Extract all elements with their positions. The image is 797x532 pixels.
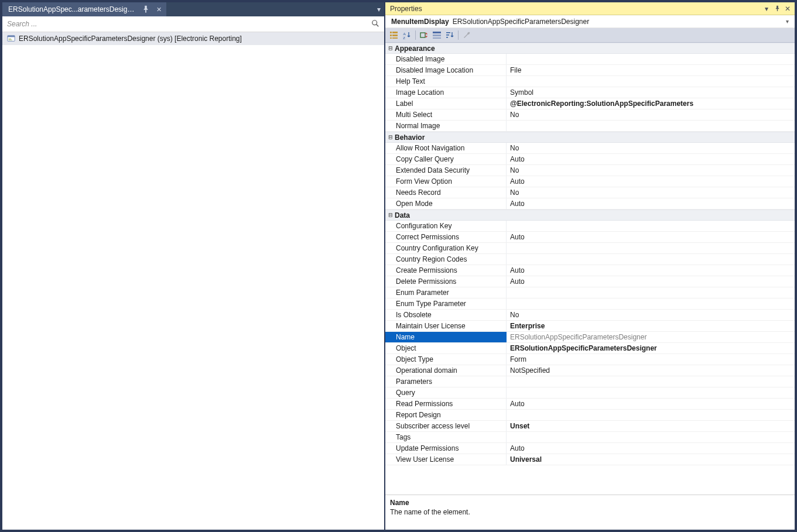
property-value[interactable]: Unset [507, 421, 795, 431]
property-value[interactable]: Auto [507, 232, 795, 242]
property-row[interactable]: Operational domainNotSpecified [385, 365, 795, 376]
property-row[interactable]: Allow Root NavigationNo [385, 143, 795, 154]
property-row[interactable]: Needs RecordNo [385, 187, 795, 198]
property-row[interactable]: Object TypeForm [385, 354, 795, 365]
property-row[interactable]: Parameters [385, 376, 795, 387]
property-name: Disabled Image [385, 54, 507, 64]
property-value[interactable] [507, 243, 795, 253]
property-value[interactable]: Form [507, 354, 795, 365]
property-row[interactable]: Copy Caller QueryAuto [385, 154, 795, 165]
property-categories-button[interactable] [430, 29, 443, 41]
property-value[interactable] [507, 221, 795, 231]
property-value[interactable]: Auto [507, 276, 795, 287]
property-value[interactable]: ERSolutionAppSpecificParametersDesigner [507, 332, 795, 342]
property-value[interactable]: No [507, 165, 795, 176]
property-value[interactable] [507, 432, 795, 442]
tab-overflow-dropdown[interactable]: ▾ [374, 2, 384, 16]
property-value[interactable] [507, 298, 795, 309]
close-icon[interactable]: ✕ [155, 5, 163, 13]
document-tab[interactable]: ERSolutionAppSpec...arametersDesigner ✕ [2, 2, 166, 16]
property-value[interactable]: No [507, 187, 795, 198]
property-row[interactable]: Image LocationSymbol [385, 87, 795, 98]
property-row[interactable]: Multi SelectNo [385, 109, 795, 121]
property-row[interactable]: Enum Type Parameter [385, 298, 795, 310]
property-row[interactable]: Normal Image [385, 121, 795, 132]
close-panel-icon[interactable]: ✕ [783, 4, 792, 13]
collapse-icon[interactable]: ⊟ [386, 211, 395, 219]
property-value[interactable]: File [507, 65, 795, 75]
property-row[interactable]: Update PermissionsAuto [385, 443, 795, 454]
property-value[interactable] [507, 76, 795, 87]
property-row[interactable]: Disabled Image LocationFile [385, 65, 795, 76]
property-value[interactable]: No [507, 143, 795, 153]
property-row[interactable]: Configuration Key [385, 221, 795, 232]
property-grid[interactable]: ⊟AppearanceDisabled ImageDisabled Image … [385, 43, 795, 495]
property-value[interactable]: @ElectronicReporting:SolutionAppSpecific… [507, 98, 795, 109]
property-row[interactable]: Subscriber access levelUnset [385, 421, 795, 432]
property-value[interactable]: Auto [507, 176, 795, 187]
property-row[interactable]: Correct PermissionsAuto [385, 232, 795, 243]
property-value[interactable]: Universal [507, 454, 795, 465]
collapse-icon[interactable]: ⊟ [386, 133, 395, 141]
category-row[interactable]: ⊟Appearance [385, 43, 795, 54]
tree-root-node[interactable]: ERSolutionAppSpecificParametersDesigner … [2, 32, 384, 45]
property-value[interactable] [507, 121, 795, 131]
property-row[interactable]: Maintain User LicenseEnterprise [385, 321, 795, 332]
property-value[interactable]: No [507, 310, 795, 320]
property-value[interactable]: NotSpecified [507, 365, 795, 376]
property-row[interactable]: Tags [385, 432, 795, 443]
property-row[interactable]: Delete PermissionsAuto [385, 276, 795, 287]
property-row[interactable]: NameERSolutionAppSpecificParametersDesig… [385, 332, 795, 343]
chevron-down-icon[interactable]: ▾ [784, 18, 791, 25]
designer-tree[interactable]: ERSolutionAppSpecificParametersDesigner … [2, 32, 384, 530]
property-value[interactable]: Enterprise [507, 321, 795, 331]
tree-root-label: ERSolutionAppSpecificParametersDesigner … [19, 35, 242, 43]
property-row[interactable]: Read PermissionsAuto [385, 399, 795, 410]
property-value[interactable] [507, 254, 795, 265]
property-value[interactable]: Auto [507, 198, 795, 209]
property-value[interactable] [507, 287, 795, 298]
sort-button[interactable] [443, 29, 456, 41]
property-value[interactable]: No [507, 109, 795, 120]
property-row[interactable]: Report Design [385, 410, 795, 421]
property-row[interactable]: Extended Data SecurityNo [385, 165, 795, 176]
property-value[interactable]: Auto [507, 265, 795, 276]
property-row[interactable]: View User LicenseUniversal [385, 454, 795, 465]
property-value[interactable]: Auto [507, 443, 795, 454]
property-name: Delete Permissions [385, 276, 507, 287]
property-value[interactable] [507, 376, 795, 387]
property-row[interactable]: Form View OptionAuto [385, 176, 795, 187]
property-row[interactable]: Help Text [385, 76, 795, 87]
property-row[interactable]: Country Region Codes [385, 254, 795, 265]
property-row[interactable]: Enum Parameter [385, 287, 795, 298]
property-row[interactable]: ObjectERSolutionAppSpecificParametersDes… [385, 343, 795, 354]
property-value[interactable]: Auto [507, 399, 795, 409]
pin-icon[interactable] [142, 5, 150, 13]
property-value[interactable]: Auto [507, 154, 795, 164]
property-row[interactable]: Country Configuration Key [385, 243, 795, 254]
autohide-pin-icon[interactable] [772, 4, 782, 13]
property-row[interactable]: Open ModeAuto [385, 198, 795, 210]
property-value[interactable]: ERSolutionAppSpecificParametersDesigner [507, 343, 795, 353]
alphabetical-view-button[interactable]: AZ [401, 29, 413, 41]
property-value[interactable]: Symbol [507, 87, 795, 98]
extensions-button[interactable] [418, 29, 430, 41]
window-menu-dropdown[interactable]: ▾ [762, 4, 771, 13]
property-row[interactable]: Label@ElectronicReporting:SolutionAppSpe… [385, 98, 795, 109]
property-row[interactable]: Create PermissionsAuto [385, 265, 795, 276]
search-icon[interactable] [369, 19, 382, 29]
property-row[interactable]: Is ObsoleteNo [385, 310, 795, 321]
object-selector-row[interactable]: MenuItemDisplay ERSolutionAppSpecificPar… [385, 15, 795, 28]
property-name: Name [385, 332, 507, 342]
categorized-view-button[interactable] [388, 29, 401, 41]
category-row[interactable]: ⊟Data [385, 210, 795, 221]
category-row[interactable]: ⊟Behavior [385, 132, 795, 143]
property-value[interactable] [507, 54, 795, 64]
property-row[interactable]: Query [385, 387, 795, 399]
property-row[interactable]: Disabled Image [385, 54, 795, 65]
search-input[interactable] [7, 20, 369, 28]
property-value[interactable] [507, 387, 795, 398]
property-value[interactable] [507, 410, 795, 420]
collapse-icon[interactable]: ⊟ [386, 44, 395, 52]
property-name: Form View Option [385, 176, 507, 187]
